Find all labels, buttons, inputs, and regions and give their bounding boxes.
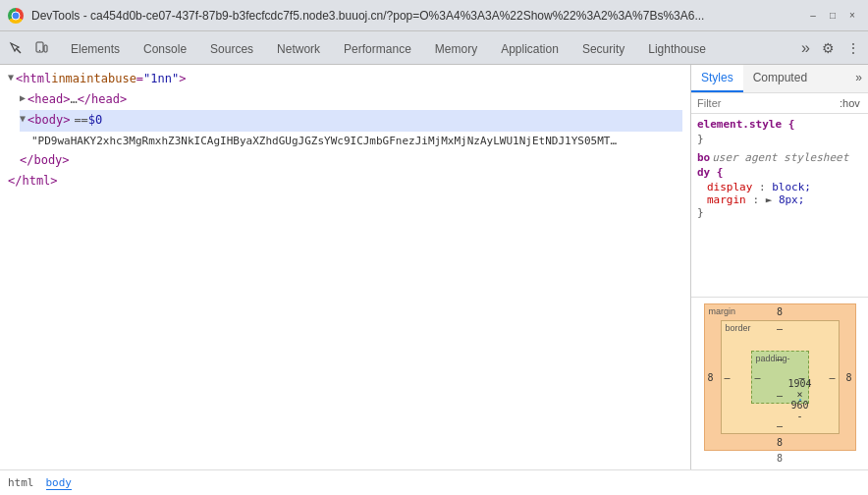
window-title: DevTools - ca454d0b-ce07-437f-87b9-b3fec… (31, 9, 797, 23)
body-selector: bo (697, 151, 710, 164)
dom-line-html[interactable]: ▼ <html inmaintabuse = "1nn" > (8, 69, 682, 89)
dom-line-body-text[interactable]: "PD9waHAKY2xhc3MgRmxhZ3NkICAgIHByaXZhdGU… (31, 132, 682, 151)
dom-line-head[interactable]: ▶ <head> … </head> (20, 89, 682, 110)
tab-computed[interactable]: Computed (743, 65, 817, 92)
tab-security[interactable]: Security (570, 35, 636, 65)
tab-application[interactable]: Application (489, 35, 570, 65)
dom-line-body[interactable]: ▼ <body> == $0 (20, 110, 682, 131)
filter-buttons: :hov .cls + (837, 96, 868, 110)
dom-content: ▼ <html inmaintabuse = "1nn" > ▶ <head> … (0, 65, 690, 196)
box-model-container: margin 8 8 8 8 border – – – – paddin (704, 303, 856, 451)
toolbar-icons (4, 36, 53, 60)
filter-bar: :hov .cls + (691, 93, 868, 114)
maximize-button[interactable]: □ (825, 8, 841, 24)
element-style-selector: element.style { (697, 118, 862, 131)
margin-top[interactable]: 8 (777, 306, 783, 317)
expand-arrow-body[interactable]: ▼ (20, 111, 26, 127)
display-prop: display : block; (697, 181, 862, 193)
margin-bottom[interactable]: 8 (777, 437, 783, 448)
border-top[interactable]: – (777, 323, 783, 334)
padding-box: padding- – – – – 1904 × 960 - (751, 351, 809, 404)
tab-memory[interactable]: Memory (423, 35, 489, 65)
padding-bottom[interactable]: – (777, 390, 783, 401)
margin-left[interactable]: 8 (708, 372, 714, 383)
border-left[interactable]: – (725, 372, 731, 383)
ua-comment: user agent stylesheet (712, 151, 848, 164)
filter-input[interactable] (697, 97, 833, 109)
window-controls: – □ × (805, 8, 860, 24)
expand-arrow-head[interactable]: ▶ (20, 90, 26, 106)
padding-label: padding- (756, 354, 790, 363)
margin-label: margin (709, 306, 736, 316)
content-dimensions: 1904 × 960 (787, 378, 811, 411)
svg-point-3 (39, 49, 40, 50)
body-style-section: bo user agent stylesheet dy { display : … (697, 151, 862, 219)
tab-network[interactable]: Network (265, 35, 332, 65)
svg-rect-2 (44, 45, 47, 52)
padding-left[interactable]: – (755, 372, 761, 383)
status-body[interactable]: body (46, 476, 73, 490)
expand-arrow-html[interactable]: ▼ (8, 70, 14, 85)
tab-elements[interactable]: Elements (59, 35, 132, 65)
main-area: ▼ <html inmaintabuse = "1nn" > ▶ <head> … (0, 65, 868, 469)
minimize-button[interactable]: – (805, 8, 821, 24)
styles-panel: Styles Computed » :hov .cls + element.st… (691, 65, 868, 469)
border-right[interactable]: – (829, 372, 835, 383)
settings-icon[interactable]: ⚙ (818, 38, 839, 58)
devtools-toolbar: Elements Console Sources Network Perform… (0, 31, 868, 65)
border-bottom[interactable]: – (777, 420, 783, 431)
content-box: 1904 × 960 - (799, 399, 801, 401)
body-selector-continued: dy { (697, 166, 862, 179)
tab-performance[interactable]: Performance (332, 35, 423, 65)
element-style-close: } (697, 133, 862, 145)
close-button[interactable]: × (844, 8, 860, 24)
margin-prop: margin : ► 8px; (697, 193, 862, 206)
more-options-icon[interactable]: ⋮ (842, 38, 864, 58)
device-icon[interactable] (29, 36, 53, 60)
margin-box: margin 8 8 8 8 border – – – – paddin (704, 303, 856, 451)
styles-more-button[interactable]: » (849, 65, 868, 92)
inspect-icon[interactable] (4, 36, 27, 60)
hov-button[interactable]: :hov (837, 96, 863, 110)
status-html[interactable]: html (8, 476, 34, 489)
border-box: border – – – – padding- – – – – (721, 320, 840, 434)
box-bottom-label: 8 (697, 453, 862, 464)
border-label: border (726, 323, 751, 333)
svg-line-0 (17, 49, 21, 53)
devtools-tabs: Elements Console Sources Network Perform… (59, 31, 718, 65)
dom-line-html-close[interactable]: </html> (8, 171, 682, 192)
styles-content: element.style { } bo user agent styleshe… (691, 114, 868, 297)
content-sub: - (796, 411, 802, 421)
dom-panel: ▼ <html inmaintabuse = "1nn" > ▶ <head> … (0, 65, 691, 469)
tab-lighthouse[interactable]: Lighthouse (636, 35, 718, 65)
tab-sources[interactable]: Sources (198, 35, 265, 65)
title-bar: DevTools - ca454d0b-ce07-437f-87b9-b3fec… (0, 0, 868, 31)
body-text-content: "PD9waHAKY2xhc3MgRmxhZ3NkICAgIHByaXZhdGU… (31, 133, 621, 150)
element-style-section: element.style { } (697, 118, 862, 145)
chrome-icon (8, 8, 24, 24)
toolbar-right: » ⚙ ⋮ (797, 37, 864, 59)
dom-line-body-close[interactable]: </body> (20, 150, 682, 171)
margin-right[interactable]: 8 (845, 372, 851, 383)
tab-console[interactable]: Console (132, 35, 198, 65)
status-bar: html body (0, 469, 868, 495)
box-model-panel: margin 8 8 8 8 border – – – – paddin (691, 297, 868, 469)
padding-top[interactable]: – (777, 354, 783, 364)
styles-panel-tabs: Styles Computed » (691, 65, 868, 93)
margin-expand-icon[interactable]: ► (766, 193, 779, 206)
more-tabs-button[interactable]: » (797, 37, 814, 59)
tab-styles[interactable]: Styles (691, 65, 743, 92)
